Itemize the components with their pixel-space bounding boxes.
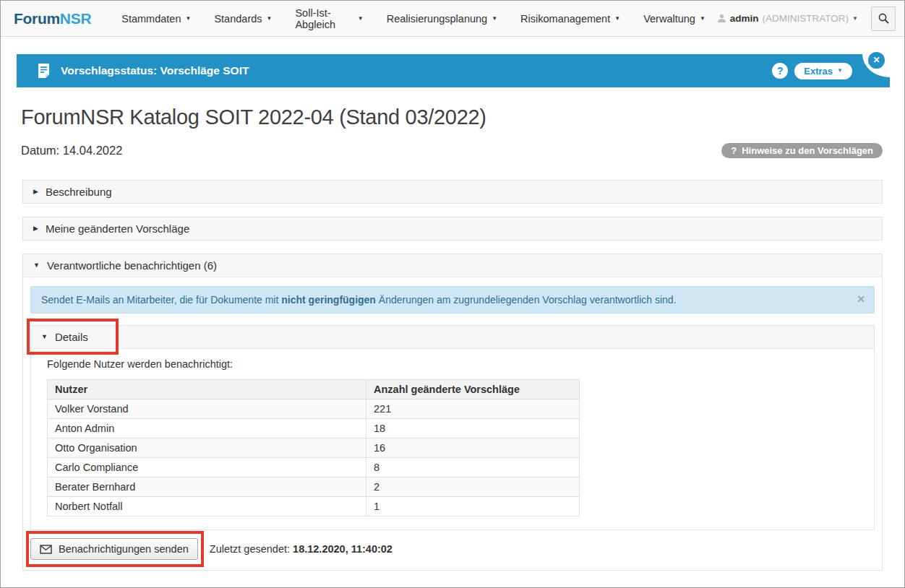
nav-item-risikomanagement[interactable]: Risikomanagement ▼ bbox=[509, 1, 632, 37]
feature-bar-title: Vorschlagsstatus: Vorschläge SOIT bbox=[61, 64, 249, 77]
nav-item-verwaltung[interactable]: Verwaltung ▼ bbox=[632, 1, 717, 37]
question-mark-icon: ? bbox=[731, 145, 737, 156]
cell-user: Volker Vorstand bbox=[48, 399, 366, 419]
nav-right-section: admin (ADMINISTRATOR) ▼ bbox=[717, 7, 896, 31]
table-header-row: Nutzer Anzahl geänderte Vorschläge bbox=[48, 380, 580, 399]
table-row: Volker Vorstand 221 bbox=[48, 399, 580, 419]
last-sent-label: Zuletzt gesendet: bbox=[210, 543, 290, 555]
column-header-anzahl: Anzahl geänderte Vorschläge bbox=[366, 380, 580, 399]
envelope-icon bbox=[40, 545, 52, 554]
search-button[interactable] bbox=[871, 7, 896, 31]
chevron-down-icon: ▼ bbox=[267, 16, 273, 22]
chevron-down-icon: ▼ bbox=[700, 16, 705, 22]
nav-item-stammdaten[interactable]: Stammdaten ▼ bbox=[110, 1, 202, 37]
table-row: Carlo Compliance 8 bbox=[48, 458, 580, 477]
send-row: Benachrichtigungen senden Zuletzt gesend… bbox=[30, 538, 875, 560]
chevron-right-icon: ▶ bbox=[33, 189, 38, 195]
brand-part-1: Forum bbox=[14, 10, 60, 27]
brand-logo[interactable]: ForumNSR bbox=[14, 10, 91, 27]
cell-count: 16 bbox=[366, 438, 580, 458]
app-window: ForumNSR Stammdaten ▼ Standards ▼ Soll-I… bbox=[0, 0, 905, 588]
chevron-right-icon: ▶ bbox=[33, 225, 38, 232]
chevron-down-icon: ▼ bbox=[186, 16, 192, 22]
panel-label: Verantwortliche benachrichtigen (6) bbox=[47, 259, 217, 272]
cell-count: 8 bbox=[366, 458, 580, 477]
corner-notch: ✕ bbox=[862, 54, 890, 77]
details-panel-header[interactable]: ▼ Details bbox=[31, 326, 874, 348]
page-title: ForumNSR Katalog SOIT 2022-04 (Stand 03/… bbox=[21, 105, 883, 129]
brand-part-2: NSR bbox=[60, 10, 91, 27]
chevron-down-icon: ▼ bbox=[33, 262, 40, 269]
notify-intro-text: Folgende Nutzer werden benachrichtigt: bbox=[47, 358, 858, 370]
user-name: admin bbox=[730, 13, 759, 24]
info-alert: Sendet E-Mails an Mitarbeiter, die für D… bbox=[30, 286, 875, 314]
alert-text-post: Änderungen am zugrundeliegenden Vorschla… bbox=[376, 294, 677, 306]
nav-item-label: Risikomanagement bbox=[520, 13, 610, 25]
date-text: Datum: 14.04.2022 bbox=[21, 144, 122, 157]
last-sent-value: 18.12.2020, 11:40:02 bbox=[293, 543, 393, 555]
nav-item-label: Verwaltung bbox=[643, 13, 695, 25]
feature-bar: Vorschlagsstatus: Vorschläge SOIT ? Extr… bbox=[17, 54, 890, 87]
top-navigation: ForumNSR Stammdaten ▼ Standards ▼ Soll-I… bbox=[1, 1, 904, 37]
send-button-label: Benachrichtigungen senden bbox=[59, 543, 189, 555]
chevron-down-icon: ▼ bbox=[614, 16, 620, 22]
help-button[interactable]: ? bbox=[772, 63, 788, 79]
details-label: Details bbox=[55, 331, 88, 343]
hints-badge[interactable]: ? Hinweise zu den Vorschlägen bbox=[721, 143, 883, 158]
nav-item-label: Realisierungsplanung bbox=[387, 13, 487, 25]
table-row: Otto Organisation 16 bbox=[48, 438, 580, 458]
chevron-down-icon: ▼ bbox=[41, 334, 48, 340]
cell-count: 1 bbox=[366, 497, 580, 516]
user-role: (ADMINISTRATOR) bbox=[763, 13, 849, 24]
panel-header-beschreibung[interactable]: ▶ Beschreibung bbox=[23, 181, 882, 203]
panel-header-meine-vorschlaege[interactable]: ▶ Meine geänderten Vorschläge bbox=[23, 217, 882, 240]
feature-bar-controls: ? Extras ▼ bbox=[772, 54, 852, 87]
nav-item-label: Soll-Ist-Abgleich bbox=[295, 7, 353, 30]
chevron-down-icon: ▼ bbox=[492, 16, 497, 22]
cell-user: Otto Organisation bbox=[48, 438, 366, 458]
cell-count: 2 bbox=[366, 477, 580, 497]
extras-label: Extras bbox=[804, 66, 833, 77]
details-panel: ▼ Details Folgende Nutzer werden benachr… bbox=[30, 325, 875, 530]
table-row: Berater Bernhard 2 bbox=[48, 477, 580, 497]
panel-label: Meine geänderten Vorschläge bbox=[46, 222, 189, 235]
column-header-nutzer: Nutzer bbox=[48, 380, 366, 399]
last-sent-text: Zuletzt gesendet: 18.12.2020, 11:40:02 bbox=[210, 543, 393, 555]
nav-item-standards[interactable]: Standards ▼ bbox=[202, 1, 283, 37]
panel-label: Beschreibung bbox=[46, 186, 112, 198]
search-icon bbox=[878, 12, 890, 25]
nav-item-label: Standards bbox=[214, 13, 262, 25]
cell-user: Carlo Compliance bbox=[48, 458, 366, 477]
details-panel-body: Folgende Nutzer werden benachrichtigt: N… bbox=[31, 348, 874, 529]
panel-header-verantwortliche[interactable]: ▼ Verantwortliche benachrichtigen (6) bbox=[23, 254, 882, 277]
send-notifications-button[interactable]: Benachrichtigungen senden bbox=[30, 538, 198, 560]
chevron-down-icon: ▼ bbox=[852, 16, 858, 22]
table-row: Norbert Notfall 1 bbox=[48, 497, 580, 516]
cell-count: 18 bbox=[366, 419, 580, 438]
date-row: Datum: 14.04.2022 ? Hinweise zu den Vors… bbox=[21, 143, 883, 158]
nav-item-label: Stammdaten bbox=[121, 13, 181, 25]
alert-text-bold: nicht geringfügigen bbox=[281, 294, 376, 306]
nav-item-realisierungsplanung[interactable]: Realisierungsplanung ▼ bbox=[375, 1, 509, 37]
document-icon bbox=[37, 63, 51, 79]
panel-body-verantwortliche: Sendet E-Mails an Mitarbeiter, die für D… bbox=[23, 277, 882, 570]
panel-meine-vorschlaege: ▶ Meine geänderten Vorschläge bbox=[22, 217, 883, 241]
alert-text-pre: Sendet E-Mails an Mitarbeiter, die für D… bbox=[41, 294, 281, 306]
user-icon bbox=[717, 14, 726, 23]
user-menu[interactable]: admin (ADMINISTRATOR) ▼ bbox=[717, 13, 858, 24]
close-button[interactable]: ✕ bbox=[868, 52, 885, 69]
panel-beschreibung: ▶ Beschreibung bbox=[22, 180, 883, 204]
cell-user: Anton Admin bbox=[48, 419, 366, 438]
panel-verantwortliche: ▼ Verantwortliche benachrichtigen (6) Se… bbox=[22, 254, 883, 571]
table-row: Anton Admin 18 bbox=[48, 419, 580, 438]
hints-badge-label: Hinweise zu den Vorschlägen bbox=[742, 145, 873, 156]
cell-user: Norbert Notfall bbox=[48, 497, 366, 516]
cell-count: 221 bbox=[366, 399, 580, 419]
nav-item-soll-ist-abgleich[interactable]: Soll-Ist-Abgleich ▼ bbox=[283, 1, 374, 37]
alert-close-icon[interactable]: ✕ bbox=[857, 293, 865, 305]
chevron-down-icon: ▼ bbox=[358, 16, 364, 22]
extras-button[interactable]: Extras ▼ bbox=[794, 63, 852, 79]
users-table: Nutzer Anzahl geänderte Vorschläge Volke… bbox=[47, 379, 580, 516]
chevron-down-icon: ▼ bbox=[837, 68, 843, 74]
cell-user: Berater Bernhard bbox=[48, 477, 366, 497]
